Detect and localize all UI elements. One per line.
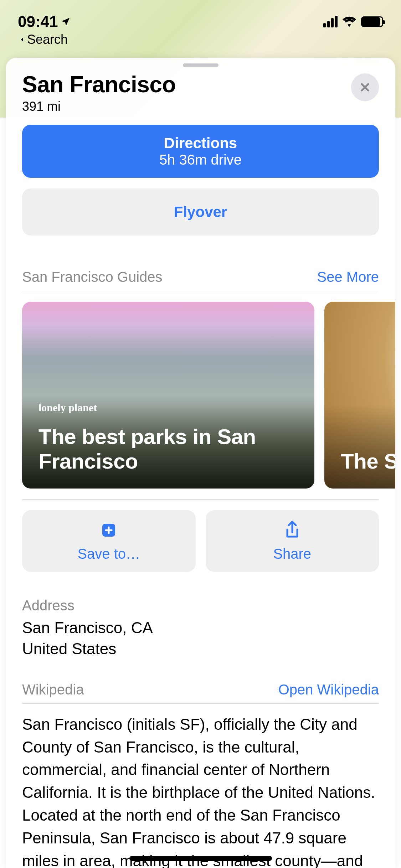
- time-value: 09:41: [18, 13, 58, 31]
- home-indicator[interactable]: [129, 856, 272, 861]
- guide-card[interactable]: The S… Takeo…: [324, 302, 395, 489]
- guides-carousel[interactable]: lonely planet The best parks in San Fran…: [6, 291, 395, 489]
- plus-square-icon: [99, 521, 118, 539]
- sheet-grabber[interactable]: [183, 63, 219, 67]
- directions-label: Directions: [32, 135, 369, 152]
- chevron-left-icon: [18, 34, 26, 45]
- place-distance: 391 mi: [22, 99, 176, 114]
- address-label: Address: [22, 598, 379, 614]
- status-time: 09:41: [18, 13, 71, 31]
- share-button[interactable]: Share: [206, 510, 379, 572]
- guide-title: The best parks in San Francisco: [38, 424, 298, 474]
- close-icon: [359, 81, 371, 94]
- guides-header: San Francisco Guides See More: [22, 269, 379, 285]
- directions-button[interactable]: Directions 5h 36m drive: [22, 125, 379, 178]
- wikipedia-header: Wikipedia Open Wikipedia: [22, 682, 379, 698]
- action-row: Save to… Share: [6, 500, 395, 572]
- share-icon: [283, 521, 302, 539]
- save-label: Save to…: [77, 546, 140, 562]
- status-bar: 09:41 Search: [0, 0, 401, 46]
- address-line1: San Francisco, CA: [22, 617, 379, 638]
- back-label: Search: [27, 32, 68, 47]
- place-header: San Francisco 391 mi: [6, 67, 395, 125]
- guide-brand: lonely planet: [38, 402, 298, 414]
- place-title: San Francisco: [22, 71, 176, 98]
- location-arrow-icon: [60, 16, 71, 27]
- directions-subtitle: 5h 36m drive: [32, 152, 369, 168]
- flyover-label: Flyover: [174, 203, 227, 220]
- guides-title: San Francisco Guides: [22, 269, 163, 285]
- place-sheet: San Francisco 391 mi Directions 5h 36m d…: [6, 58, 395, 868]
- battery-icon: [361, 16, 383, 27]
- guide-card[interactable]: lonely planet The best parks in San Fran…: [22, 302, 314, 489]
- cellular-signal-icon: [323, 16, 338, 27]
- wikipedia-body: San Francisco (initials SF), officially …: [22, 704, 379, 868]
- address-section: Address San Francisco, CA United States: [6, 572, 395, 660]
- open-wikipedia-link[interactable]: Open Wikipedia: [278, 682, 379, 698]
- guide-title: The S… Takeo…: [341, 449, 395, 474]
- close-button[interactable]: [351, 73, 379, 101]
- wikipedia-label: Wikipedia: [22, 682, 84, 698]
- back-to-search[interactable]: Search: [18, 32, 71, 47]
- share-label: Share: [273, 546, 311, 562]
- save-to-button[interactable]: Save to…: [22, 510, 196, 572]
- flyover-button[interactable]: Flyover: [22, 188, 379, 236]
- wifi-icon: [343, 16, 356, 27]
- guides-see-more[interactable]: See More: [317, 269, 379, 285]
- address-line2: United States: [22, 638, 379, 659]
